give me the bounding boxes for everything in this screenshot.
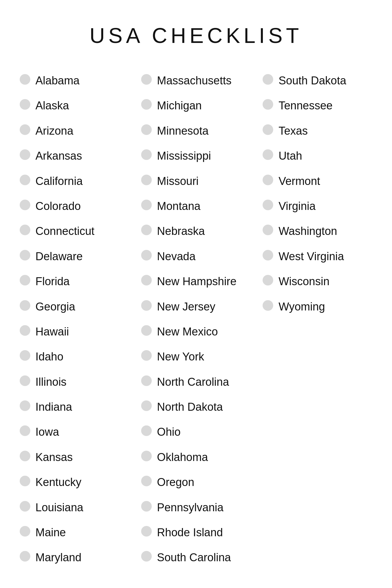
checkbox-circle[interactable] — [141, 275, 152, 285]
list-item[interactable]: Louisiana — [20, 495, 129, 520]
checkbox-circle[interactable] — [263, 275, 273, 285]
list-item[interactable]: Colorado — [20, 194, 129, 219]
checkbox-circle[interactable] — [20, 175, 30, 185]
list-item[interactable]: Minnesota — [141, 118, 251, 143]
checkbox-circle[interactable] — [141, 149, 152, 160]
list-item[interactable]: Maryland — [20, 545, 129, 570]
checkbox-circle[interactable] — [20, 124, 30, 135]
list-item[interactable]: South Carolina — [141, 545, 251, 570]
checkbox-circle[interactable] — [141, 225, 152, 235]
checkbox-circle[interactable] — [141, 99, 152, 110]
checkbox-circle[interactable] — [141, 350, 152, 361]
list-item[interactable]: Maine — [20, 520, 129, 545]
checkbox-circle[interactable] — [263, 74, 273, 85]
checkbox-circle[interactable] — [141, 526, 152, 537]
list-item[interactable]: Delaware — [20, 244, 129, 269]
list-item[interactable]: Nebraska — [141, 219, 251, 244]
checkbox-circle[interactable] — [141, 451, 152, 461]
checkbox-circle[interactable] — [20, 149, 30, 160]
list-item[interactable]: New Jersey — [141, 294, 251, 319]
checkbox-circle[interactable] — [20, 325, 30, 336]
checkbox-circle[interactable] — [20, 350, 30, 361]
checkbox-circle[interactable] — [141, 425, 152, 436]
checkbox-circle[interactable] — [20, 74, 30, 85]
list-item[interactable]: Wisconsin — [263, 269, 372, 294]
list-item[interactable]: Vermont — [263, 169, 372, 194]
checkbox-circle[interactable] — [20, 476, 30, 486]
list-item[interactable]: Massachusetts — [141, 68, 251, 93]
list-item[interactable]: Pennsylvania — [141, 495, 251, 520]
checkbox-circle[interactable] — [141, 300, 152, 311]
list-item[interactable]: Connecticut — [20, 219, 129, 244]
checkbox-circle[interactable] — [20, 250, 30, 260]
list-item[interactable]: Kansas — [20, 445, 129, 470]
list-item[interactable]: Wyoming — [263, 294, 372, 319]
checkbox-circle[interactable] — [263, 300, 273, 311]
checkbox-circle[interactable] — [20, 400, 30, 411]
checkbox-circle[interactable] — [20, 526, 30, 537]
checkbox-circle[interactable] — [20, 300, 30, 311]
list-item[interactable]: Utah — [263, 143, 372, 168]
checkbox-circle[interactable] — [20, 375, 30, 386]
list-item[interactable]: Alabama — [20, 68, 129, 93]
checkbox-circle[interactable] — [20, 99, 30, 110]
checkbox-circle[interactable] — [141, 250, 152, 260]
list-item[interactable]: Washington — [263, 219, 372, 244]
checkbox-circle[interactable] — [20, 200, 30, 210]
list-item[interactable]: Iowa — [20, 420, 129, 445]
checkbox-circle[interactable] — [263, 250, 273, 260]
list-item[interactable]: Tennessee — [263, 93, 372, 118]
list-item[interactable]: Kentucky — [20, 470, 129, 495]
list-item[interactable]: Hawaii — [20, 319, 129, 344]
list-item[interactable]: Indiana — [20, 395, 129, 420]
list-item[interactable]: Mississippi — [141, 143, 251, 168]
checkbox-circle[interactable] — [141, 124, 152, 135]
list-item[interactable]: Arizona — [20, 118, 129, 143]
checkbox-circle[interactable] — [20, 551, 30, 562]
list-item[interactable]: New York — [141, 344, 251, 369]
list-item[interactable]: California — [20, 169, 129, 194]
list-item[interactable]: Montana — [141, 194, 251, 219]
list-item[interactable]: Missouri — [141, 169, 251, 194]
list-item[interactable]: Rhode Island — [141, 520, 251, 545]
checkbox-circle[interactable] — [20, 225, 30, 235]
checkbox-circle[interactable] — [141, 200, 152, 210]
checkbox-circle[interactable] — [263, 124, 273, 135]
list-item[interactable]: West Virginia — [263, 244, 372, 269]
list-item[interactable]: Texas — [263, 118, 372, 143]
list-item[interactable]: Ohio — [141, 420, 251, 445]
checkbox-circle[interactable] — [141, 175, 152, 185]
checkbox-circle[interactable] — [20, 425, 30, 436]
list-item[interactable]: Virginia — [263, 194, 372, 219]
checkbox-circle[interactable] — [141, 325, 152, 336]
list-item[interactable]: North Carolina — [141, 370, 251, 395]
list-item[interactable]: South Dakota — [263, 68, 372, 93]
checkbox-circle[interactable] — [20, 275, 30, 285]
list-item[interactable]: Oklahoma — [141, 445, 251, 470]
list-item[interactable]: North Dakota — [141, 395, 251, 420]
list-item[interactable]: Nevada — [141, 244, 251, 269]
checkbox-circle[interactable] — [141, 501, 152, 512]
list-item[interactable]: Michigan — [141, 93, 251, 118]
checkbox-circle[interactable] — [263, 99, 273, 110]
checkbox-circle[interactable] — [263, 225, 273, 235]
list-item[interactable]: Georgia — [20, 294, 129, 319]
list-item[interactable]: Alaska — [20, 93, 129, 118]
checkbox-circle[interactable] — [141, 375, 152, 386]
checkbox-circle[interactable] — [141, 551, 152, 562]
list-item[interactable]: Illinois — [20, 370, 129, 395]
list-item[interactable]: New Hampshire — [141, 269, 251, 294]
checkbox-circle[interactable] — [141, 476, 152, 486]
checkbox-circle[interactable] — [263, 200, 273, 210]
checkbox-circle[interactable] — [141, 400, 152, 411]
list-item[interactable]: Oregon — [141, 470, 251, 495]
list-item[interactable]: Florida — [20, 269, 129, 294]
checkbox-circle[interactable] — [20, 451, 30, 461]
list-item[interactable]: Idaho — [20, 344, 129, 369]
list-item[interactable]: Arkansas — [20, 143, 129, 168]
checkbox-circle[interactable] — [263, 149, 273, 160]
checkbox-circle[interactable] — [141, 74, 152, 85]
list-item[interactable]: New Mexico — [141, 319, 251, 344]
checkbox-circle[interactable] — [20, 501, 30, 512]
checkbox-circle[interactable] — [263, 175, 273, 185]
